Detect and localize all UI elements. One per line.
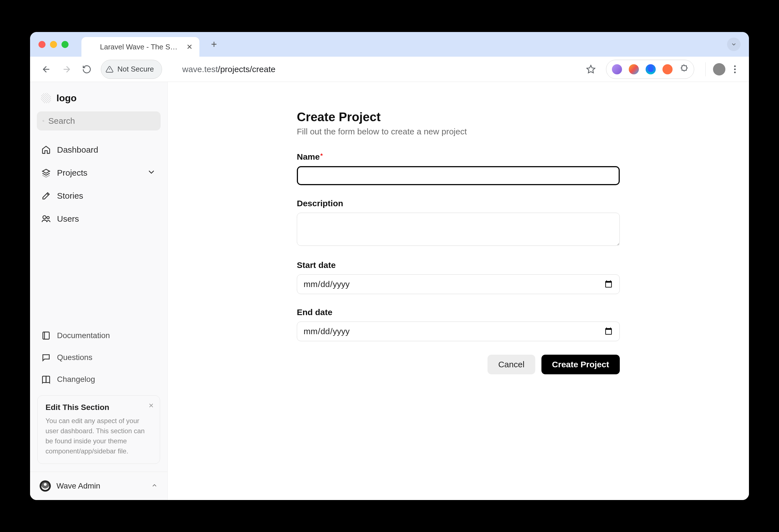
- users-icon: [41, 214, 51, 224]
- sidebar-item-stories[interactable]: Stories: [37, 184, 161, 207]
- tab-close-button[interactable]: ✕: [186, 43, 193, 51]
- extension-icon[interactable]: [612, 64, 622, 74]
- search-icon: [43, 117, 44, 125]
- sidebar-info-card: × Edit This Section You can edit any asp…: [37, 395, 160, 464]
- browser-menu-button[interactable]: [729, 65, 741, 73]
- bookmark-button[interactable]: [583, 61, 599, 77]
- window-minimize-button[interactable]: [50, 41, 57, 48]
- logo-text: logo: [56, 92, 77, 104]
- window-close-button[interactable]: [39, 41, 46, 48]
- create-project-form: Create Project Fill out the form below t…: [297, 110, 620, 500]
- field-end-date: End date: [297, 308, 620, 341]
- search-input[interactable]: [48, 116, 155, 126]
- page-title: Create Project: [297, 110, 620, 124]
- user-name: Wave Admin: [56, 481, 100, 490]
- reload-button[interactable]: [78, 61, 95, 78]
- url-bar[interactable]: wave.test/projects/create: [182, 65, 379, 74]
- book-open-icon: [41, 375, 51, 384]
- sidebar-item-dashboard[interactable]: Dashboard: [37, 138, 161, 161]
- sidebar-item-label: Stories: [57, 191, 83, 201]
- home-icon: [41, 145, 51, 154]
- profile-avatar[interactable]: [713, 63, 725, 75]
- layers-icon: [41, 168, 51, 178]
- arrow-left-icon: [41, 64, 51, 74]
- svg-line-6: [44, 121, 44, 122]
- description-label: Description: [297, 199, 620, 208]
- puzzle-icon: [679, 64, 688, 73]
- security-label: Not Secure: [117, 65, 154, 73]
- window-maximize-button[interactable]: [61, 41, 68, 48]
- forward-button[interactable]: [58, 61, 75, 78]
- sidebar-item-label: Questions: [57, 353, 93, 362]
- book-icon: [41, 331, 51, 340]
- browser-window: Laravel Wave - The Software ✕ + Not Secu…: [30, 32, 749, 500]
- info-card-body: You can edit any aspect of your user das…: [46, 416, 152, 456]
- browser-tab-bar: Laravel Wave - The Software ✕ +: [30, 32, 749, 57]
- svg-point-5: [43, 120, 44, 122]
- chevron-up-icon: [151, 482, 158, 490]
- main-content: Create Project Fill out the form below t…: [168, 82, 749, 500]
- pencil-icon: [41, 191, 51, 201]
- url-host: wave.test: [182, 65, 218, 74]
- user-avatar-icon: [40, 480, 51, 491]
- extensions-group: [606, 60, 694, 79]
- end-date-label: End date: [297, 308, 620, 317]
- create-project-button[interactable]: Create Project: [541, 355, 620, 374]
- sidebar: logo Dashboard Projects Stories: [30, 82, 168, 500]
- sidebar-item-documentation[interactable]: Documentation: [37, 325, 161, 346]
- sidebar-footer-links: Documentation Questions Changelog: [37, 325, 161, 390]
- warning-icon: [106, 65, 113, 73]
- page-subtitle: Fill out the form below to create a new …: [297, 127, 620, 136]
- tab-title: Laravel Wave - The Software: [100, 43, 181, 51]
- svg-point-8: [43, 216, 46, 219]
- extension-icon[interactable]: [646, 64, 656, 74]
- sidebar-item-label: Documentation: [57, 331, 110, 340]
- field-name: Name*: [297, 152, 620, 185]
- new-tab-button[interactable]: +: [206, 37, 222, 52]
- info-card-close-button[interactable]: ×: [148, 401, 154, 410]
- extensions-button[interactable]: [679, 64, 688, 74]
- browser-toolbar: Not Secure wave.test/projects/create: [30, 57, 749, 82]
- sidebar-item-label: Dashboard: [57, 145, 98, 154]
- required-indicator: *: [320, 152, 323, 159]
- chevron-down-icon: [731, 41, 737, 48]
- svg-point-9: [47, 217, 49, 219]
- start-date-input[interactable]: [297, 274, 620, 294]
- chevron-down-icon: [146, 167, 156, 179]
- extension-icon[interactable]: [662, 64, 672, 74]
- sidebar-item-projects[interactable]: Projects: [37, 161, 161, 184]
- favicon-icon: [87, 43, 96, 51]
- name-label: Name*: [297, 152, 620, 161]
- description-input[interactable]: [297, 213, 620, 246]
- reload-icon: [82, 65, 92, 74]
- extension-icon[interactable]: [629, 64, 639, 74]
- svg-marker-4: [587, 65, 595, 73]
- field-start-date: Start date: [297, 260, 620, 294]
- sidebar-item-label: Users: [57, 214, 79, 224]
- back-button[interactable]: [38, 61, 55, 78]
- sidebar-user-menu[interactable]: Wave Admin: [30, 472, 167, 500]
- cancel-button[interactable]: Cancel: [487, 355, 535, 374]
- app-content: logo Dashboard Projects Stories: [30, 82, 749, 500]
- end-date-input[interactable]: [297, 322, 620, 341]
- form-actions: Cancel Create Project: [297, 355, 620, 374]
- star-icon: [586, 65, 596, 74]
- sidebar-item-questions[interactable]: Questions: [37, 346, 161, 369]
- url-path: /projects/create: [218, 65, 276, 74]
- info-card-title: Edit This Section: [46, 403, 152, 412]
- arrow-right-icon: [61, 64, 72, 74]
- logo[interactable]: logo: [37, 90, 161, 112]
- search-box[interactable]: [37, 112, 161, 130]
- security-chip[interactable]: Not Secure: [101, 60, 162, 79]
- sidebar-item-label: Changelog: [57, 375, 95, 384]
- start-date-label: Start date: [297, 260, 620, 270]
- browser-tab[interactable]: Laravel Wave - The Software ✕: [81, 37, 199, 57]
- svg-marker-7: [43, 169, 50, 173]
- sidebar-item-users[interactable]: Users: [37, 207, 161, 230]
- chat-icon: [41, 353, 51, 362]
- name-input[interactable]: [297, 166, 620, 185]
- field-description: Description: [297, 199, 620, 247]
- sidebar-item-changelog[interactable]: Changelog: [37, 369, 161, 390]
- tab-list-button[interactable]: [727, 38, 740, 51]
- svg-rect-10: [43, 332, 49, 339]
